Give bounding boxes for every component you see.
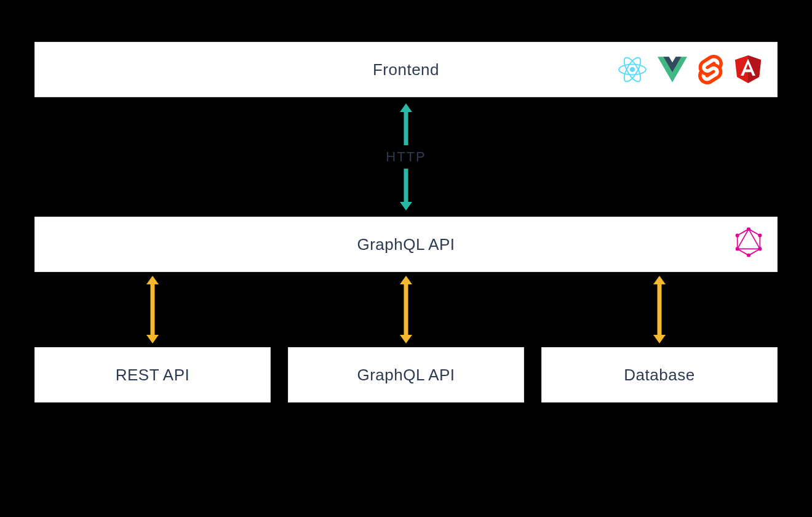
- graphql-api-label: GraphQL API: [357, 235, 455, 254]
- svg-point-20: [736, 234, 739, 238]
- graphql-api-box: GraphQL API: [34, 217, 778, 272]
- arrow-up-icon: [399, 103, 413, 145]
- backend-col-database: Database: [541, 272, 778, 403]
- graphql-backend-label: GraphQL API: [357, 366, 455, 385]
- connector-label: HTTP: [386, 149, 426, 165]
- backend-col-rest: REST API: [34, 272, 271, 403]
- http-connector: HTTP: [386, 103, 426, 210]
- svg-marker-33: [653, 335, 666, 343]
- frontend-box: Frontend: [34, 42, 778, 97]
- frontend-icons: [618, 55, 762, 84]
- database-box: Database: [541, 347, 778, 403]
- vue-icon: [658, 56, 687, 83]
- architecture-diagram: Frontend: [34, 42, 778, 403]
- react-icon: [618, 55, 647, 84]
- double-arrow-icon: [652, 276, 667, 343]
- rest-api-label: REST API: [116, 366, 190, 385]
- frontend-label: Frontend: [373, 60, 439, 79]
- database-label: Database: [624, 366, 695, 385]
- svg-point-0: [630, 67, 635, 72]
- rest-api-box: REST API: [34, 347, 271, 403]
- svg-point-21: [758, 234, 762, 238]
- svg-marker-7: [400, 103, 412, 112]
- svg-marker-26: [146, 276, 159, 284]
- double-arrow-icon: [145, 276, 160, 343]
- svg-marker-27: [146, 335, 159, 343]
- graphql-backend-box: GraphQL API: [288, 347, 524, 403]
- svg-marker-29: [400, 276, 412, 284]
- svg-line-14: [738, 249, 749, 255]
- svg-point-23: [758, 247, 762, 250]
- svg-point-22: [736, 247, 739, 250]
- backend-col-graphql: GraphQL API: [288, 272, 524, 403]
- svg-marker-9: [400, 202, 412, 210]
- double-arrow-icon: [399, 276, 413, 343]
- angular-icon: [734, 55, 762, 84]
- svg-marker-5: [748, 55, 761, 83]
- graphql-icon: [735, 228, 762, 262]
- svg-marker-32: [653, 276, 666, 284]
- svg-marker-30: [400, 335, 412, 343]
- backends-row: REST API GraphQL API: [34, 272, 778, 403]
- svelte-icon: [698, 55, 723, 84]
- svg-line-15: [749, 249, 760, 255]
- arrow-down-icon: [399, 169, 413, 210]
